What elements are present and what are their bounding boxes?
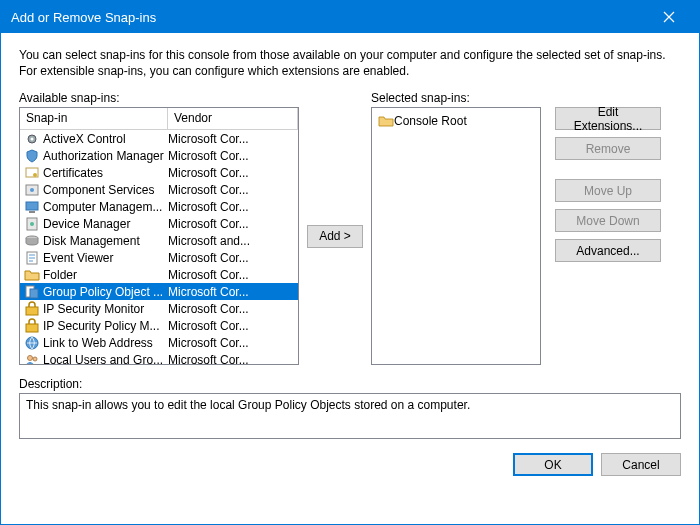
item-name: Group Policy Object ... bbox=[43, 285, 168, 299]
ipsec-icon bbox=[24, 301, 40, 317]
item-vendor: Microsoft Cor... bbox=[168, 183, 298, 197]
titlebar: Add or Remove Snap-ins bbox=[1, 1, 699, 33]
item-vendor: Microsoft Cor... bbox=[168, 251, 298, 265]
shield-icon bbox=[24, 148, 40, 164]
item-vendor: Microsoft Cor... bbox=[168, 353, 298, 365]
item-vendor: Microsoft Cor... bbox=[168, 149, 298, 163]
available-listbox[interactable]: Snap-in Vendor ActiveX ControlMicrosoft … bbox=[19, 107, 299, 365]
col-vendor[interactable]: Vendor bbox=[168, 108, 298, 129]
item-vendor: Microsoft Cor... bbox=[168, 217, 298, 231]
item-vendor: Microsoft Cor... bbox=[168, 336, 298, 350]
list-item[interactable]: Group Policy Object ...Microsoft Cor... bbox=[20, 283, 298, 300]
item-vendor: Microsoft Cor... bbox=[168, 285, 298, 299]
list-item[interactable]: Disk ManagementMicrosoft and... bbox=[20, 232, 298, 249]
svg-point-9 bbox=[30, 222, 34, 226]
cancel-button[interactable]: Cancel bbox=[601, 453, 681, 476]
svg-rect-13 bbox=[30, 289, 38, 298]
ok-button[interactable]: OK bbox=[513, 453, 593, 476]
svg-point-1 bbox=[31, 137, 34, 140]
item-name: Disk Management bbox=[43, 234, 168, 248]
item-name: IP Security Monitor bbox=[43, 302, 168, 316]
item-name: Local Users and Gro... bbox=[43, 353, 168, 365]
dialog-body: You can select snap-ins for this console… bbox=[1, 33, 699, 524]
svg-rect-7 bbox=[29, 211, 35, 213]
console-root-label: Console Root bbox=[394, 114, 467, 128]
svg-rect-14 bbox=[26, 307, 38, 315]
gear-icon bbox=[24, 131, 40, 147]
intro-text: You can select snap-ins for this console… bbox=[19, 47, 681, 79]
item-name: Event Viewer bbox=[43, 251, 168, 265]
svg-point-18 bbox=[33, 357, 37, 361]
console-root-item[interactable]: Console Root bbox=[378, 112, 534, 129]
svg-rect-15 bbox=[26, 324, 38, 332]
gpo-icon bbox=[24, 284, 40, 300]
event-icon bbox=[24, 250, 40, 266]
svg-point-3 bbox=[33, 173, 37, 177]
list-item[interactable]: Link to Web AddressMicrosoft Cor... bbox=[20, 334, 298, 351]
list-item[interactable]: ActiveX ControlMicrosoft Cor... bbox=[20, 130, 298, 147]
item-vendor: Microsoft Cor... bbox=[168, 166, 298, 180]
device-icon bbox=[24, 216, 40, 232]
item-name: ActiveX Control bbox=[43, 132, 168, 146]
disk-icon bbox=[24, 233, 40, 249]
item-name: IP Security Policy M... bbox=[43, 319, 168, 333]
item-vendor: Microsoft Cor... bbox=[168, 319, 298, 333]
item-name: Certificates bbox=[43, 166, 168, 180]
list-item[interactable]: Component ServicesMicrosoft Cor... bbox=[20, 181, 298, 198]
item-name: Device Manager bbox=[43, 217, 168, 231]
remove-button[interactable]: Remove bbox=[555, 137, 661, 160]
item-vendor: Microsoft Cor... bbox=[168, 200, 298, 214]
item-vendor: Microsoft Cor... bbox=[168, 302, 298, 316]
close-button[interactable] bbox=[649, 1, 689, 33]
col-snapin[interactable]: Snap-in bbox=[20, 108, 168, 129]
item-name: Component Services bbox=[43, 183, 168, 197]
item-name: Computer Managem... bbox=[43, 200, 168, 214]
move-down-button[interactable]: Move Down bbox=[555, 209, 661, 232]
selected-label: Selected snap-ins: bbox=[371, 91, 681, 105]
svg-rect-6 bbox=[26, 202, 38, 210]
selected-listbox[interactable]: Console Root bbox=[371, 107, 541, 365]
item-name: Folder bbox=[43, 268, 168, 282]
add-button[interactable]: Add > bbox=[307, 225, 363, 248]
cert-icon bbox=[24, 165, 40, 181]
svg-point-17 bbox=[28, 355, 33, 360]
dialog-window: Add or Remove Snap-ins You can select sn… bbox=[0, 0, 700, 525]
item-name: Authorization Manager bbox=[43, 149, 168, 163]
list-item[interactable]: FolderMicrosoft Cor... bbox=[20, 266, 298, 283]
svg-point-5 bbox=[30, 188, 34, 192]
list-item[interactable]: Local Users and Gro...Microsoft Cor... bbox=[20, 351, 298, 364]
description-text: This snap-in allows you to edit the loca… bbox=[26, 398, 470, 412]
available-label: Available snap-ins: bbox=[19, 91, 299, 105]
folder-icon bbox=[378, 113, 394, 129]
link-icon bbox=[24, 335, 40, 351]
item-vendor: Microsoft Cor... bbox=[168, 132, 298, 146]
description-label: Description: bbox=[19, 377, 681, 391]
ipsec-icon bbox=[24, 318, 40, 334]
move-up-button[interactable]: Move Up bbox=[555, 179, 661, 202]
available-list-body[interactable]: ActiveX ControlMicrosoft Cor...Authoriza… bbox=[20, 130, 298, 364]
item-name: Link to Web Address bbox=[43, 336, 168, 350]
description-box: This snap-in allows you to edit the loca… bbox=[19, 393, 681, 439]
dialog-title: Add or Remove Snap-ins bbox=[11, 10, 649, 25]
list-item[interactable]: Device ManagerMicrosoft Cor... bbox=[20, 215, 298, 232]
close-icon bbox=[663, 11, 675, 23]
list-item[interactable]: CertificatesMicrosoft Cor... bbox=[20, 164, 298, 181]
item-vendor: Microsoft and... bbox=[168, 234, 298, 248]
list-item[interactable]: IP Security Policy M...Microsoft Cor... bbox=[20, 317, 298, 334]
users-icon bbox=[24, 352, 40, 365]
list-item[interactable]: Computer Managem...Microsoft Cor... bbox=[20, 198, 298, 215]
advanced-button[interactable]: Advanced... bbox=[555, 239, 661, 262]
comp-icon bbox=[24, 182, 40, 198]
list-item[interactable]: Authorization ManagerMicrosoft Cor... bbox=[20, 147, 298, 164]
folder-icon bbox=[24, 267, 40, 283]
item-vendor: Microsoft Cor... bbox=[168, 268, 298, 282]
edit-extensions-button[interactable]: Edit Extensions... bbox=[555, 107, 661, 130]
list-item[interactable]: IP Security MonitorMicrosoft Cor... bbox=[20, 300, 298, 317]
list-header: Snap-in Vendor bbox=[20, 108, 298, 130]
list-item[interactable]: Event ViewerMicrosoft Cor... bbox=[20, 249, 298, 266]
computer-icon bbox=[24, 199, 40, 215]
